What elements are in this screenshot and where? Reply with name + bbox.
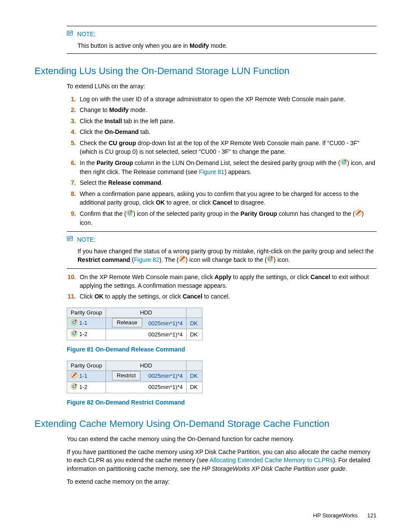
table-row: 1-2 0025min^1)*4 DK — [67, 382, 202, 393]
step-6: In the Parity Group column in the LUN On… — [78, 159, 377, 176]
figure-caption: Figure 81 On-Demand Release Command — [67, 345, 377, 354]
step-3: Click the Install tab in the left pane. — [78, 117, 377, 126]
paragraph: To extend cache memory on the array: — [67, 478, 377, 486]
note-icon — [67, 30, 74, 39]
restrict-context-button[interactable]: Restrict — [112, 371, 140, 380]
intro-text: To extend LUNs on the array: — [67, 82, 377, 91]
step-2: Change to Modify mode. — [78, 106, 377, 115]
lock-blue-icon — [340, 159, 347, 168]
release-context-button[interactable]: Release — [112, 318, 142, 327]
paragraph: If you have partitioned the cache memory… — [67, 448, 377, 473]
section-heading-cache: Extending Cache Memory Using On-Demand S… — [34, 417, 377, 431]
lock-blue-icon — [71, 319, 78, 328]
figure-caption: Figure 82 On-Demand Restrict Command — [67, 398, 377, 407]
lock-blue-icon — [71, 330, 78, 339]
footer-label: HP StorageWorks — [313, 512, 358, 519]
table-row: 1-2 0025min^1)*4 DK — [67, 329, 202, 340]
step-7: Select the Release command. — [78, 179, 377, 187]
paragraph: You can extend the cache memory using th… — [67, 435, 377, 444]
note-text: This button is active only when you are … — [78, 42, 377, 50]
lock-blue-icon — [71, 383, 78, 392]
clpr-link[interactable]: Allocating Extended Cache Memory to CLPR… — [210, 457, 333, 464]
step-8: When a confirmation pane appears, asking… — [78, 190, 377, 207]
step-1: Log on with the user ID of a storage adm… — [78, 95, 377, 104]
note-text: If you have changed the status of a wron… — [78, 247, 377, 265]
section-heading-lus: Extending LUs Using the On-Demand Storag… — [34, 65, 377, 78]
page-number: 121 — [359, 512, 377, 520]
figure-82: Parity GroupHDD 1-1 0025min^1)*4 DK 1-2 … — [67, 361, 377, 407]
page-footer: HP StorageWorks 121 — [34, 512, 377, 520]
step-4: Click the On-Demand tab. — [78, 128, 377, 137]
note-icon — [67, 235, 74, 245]
lock-red-icon — [355, 209, 362, 219]
note-label: NOTE: — [77, 236, 96, 243]
note-block: NOTE: If you have changed the status of … — [67, 231, 377, 269]
step-10: On the XP Remote Web Console main pane, … — [78, 273, 377, 290]
steps-list-cont: On the XP Remote Web Console main pane, … — [67, 273, 377, 301]
figure-82-link[interactable]: Figure 82 — [134, 256, 159, 263]
step-9: Confirm that the () icon of the selected… — [78, 209, 377, 227]
figure-81: Parity GroupHDD 1-1 0025min^1)*4 DK 1-2 … — [67, 308, 377, 354]
note-label: NOTE: — [77, 31, 96, 37]
lock-red-icon — [179, 255, 186, 265]
step-5: Check the CU group drop-down list at the… — [78, 139, 377, 156]
steps-list: Log on with the user ID of a storage adm… — [67, 95, 377, 227]
lock-blue-icon — [126, 209, 133, 219]
step-11: Click OK to apply the settings, or click… — [78, 292, 377, 301]
figure-81-link[interactable]: Figure 81 — [199, 168, 224, 175]
note-block: NOTE: This button is active only when yo… — [67, 26, 377, 54]
lock-red-icon — [71, 372, 78, 381]
lock-blue-icon — [267, 255, 274, 265]
